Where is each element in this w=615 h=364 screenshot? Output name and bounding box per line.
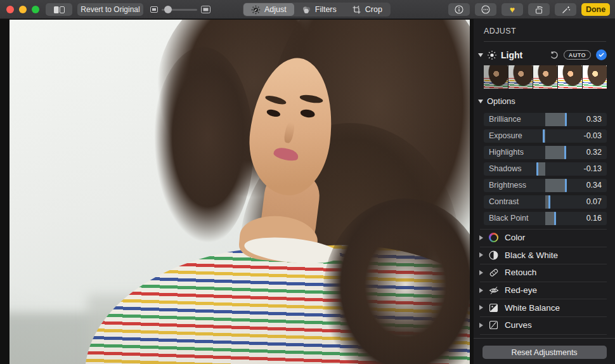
minimize-button[interactable]	[19, 6, 27, 13]
heart-icon: ♥	[510, 5, 515, 14]
photo-canvas	[0, 19, 474, 364]
section-label: Black & White	[505, 250, 558, 260]
chevron-down-icon[interactable]	[478, 53, 483, 57]
brilliance-slider[interactable]: Brilliance 0.33	[484, 113, 607, 126]
revert-to-original-button[interactable]: Revert to Original	[77, 3, 143, 16]
options-header[interactable]: Options	[474, 89, 615, 112]
white-balance-icon	[488, 302, 499, 313]
panel-title: ADJUST	[484, 27, 606, 36]
keywords-button[interactable]	[475, 3, 496, 16]
slider-fill	[537, 162, 545, 176]
chevron-right-icon	[479, 323, 483, 328]
light-preset-strip	[484, 65, 607, 89]
magic-wand-icon	[561, 5, 571, 15]
compare-original-button[interactable]	[46, 3, 72, 16]
crop-icon	[352, 5, 361, 15]
light-enabled-checkbox[interactable]	[596, 49, 607, 60]
slider-value: -0.13	[584, 162, 602, 176]
edit-mode-segmented-control: Adjust Filters	[243, 3, 391, 16]
done-button[interactable]: Done	[581, 3, 610, 16]
eye-slash-icon	[488, 285, 499, 296]
rotate-icon	[534, 5, 544, 15]
slider-label: Shadows	[489, 162, 521, 176]
section-label: Retouch	[505, 268, 536, 277]
light-preset-thumbnail[interactable]	[484, 65, 508, 89]
slider-value: 0.07	[586, 195, 602, 209]
info-button[interactable]	[448, 3, 470, 16]
close-button[interactable]	[6, 6, 14, 13]
slider-handle[interactable]	[548, 195, 550, 209]
section-retouch[interactable]: Retouch	[474, 264, 615, 282]
contrast-slider[interactable]: Contrast 0.07	[484, 195, 607, 209]
slider-fill	[545, 146, 565, 159]
slider-value: 0.33	[586, 113, 602, 126]
slider-value: 0.32	[586, 146, 602, 159]
slider-value: -0.03	[584, 129, 602, 143]
chevron-right-icon	[479, 252, 483, 257]
zoom-slider[interactable]	[162, 9, 197, 11]
tab-filters[interactable]: Filters	[294, 3, 344, 16]
slider-label: Brilliance	[489, 113, 521, 126]
ellipsis-circle-icon	[481, 5, 490, 14]
slider-handle[interactable]	[565, 113, 567, 126]
shadows-slider[interactable]: Shadows -0.13	[484, 162, 607, 176]
compare-icon	[53, 6, 65, 14]
brightness-slider[interactable]: Brightness 0.34	[484, 179, 607, 192]
section-black-and-white[interactable]: Black & White	[474, 247, 615, 264]
favorite-button[interactable]: ♥	[502, 3, 523, 16]
slider-label: Exposure	[489, 129, 522, 143]
rotate-button[interactable]	[528, 3, 550, 16]
highlights-slider[interactable]: Highlights 0.32	[484, 146, 607, 159]
undo-icon[interactable]	[550, 51, 559, 60]
slider-label: Black Point	[489, 212, 529, 225]
chevron-right-icon	[479, 305, 483, 310]
light-sliders: Brilliance 0.33 Exposure -0.03 Highlight…	[484, 113, 607, 225]
tab-crop[interactable]: Crop	[344, 3, 390, 16]
fullscreen-button[interactable]	[32, 6, 39, 13]
light-preset-thumbnail[interactable]	[583, 65, 607, 89]
section-label: White Balance	[505, 303, 560, 313]
section-label: Color	[505, 233, 525, 242]
info-icon	[455, 5, 463, 14]
section-red-eye[interactable]: Red-eye	[474, 282, 615, 299]
light-section-header: Light AUTO	[474, 42, 615, 65]
slider-fill	[545, 113, 566, 126]
light-preset-thumbnail[interactable]	[558, 65, 582, 89]
options-label: Options	[487, 96, 515, 106]
reset-adjustments-button[interactable]: Reset Adjustments	[482, 346, 607, 359]
slider-handle[interactable]	[554, 212, 556, 225]
slider-label: Highlights	[489, 146, 524, 159]
tab-adjust[interactable]: Adjust	[243, 3, 294, 16]
chevron-right-icon	[479, 235, 483, 240]
adjust-dial-icon	[251, 5, 261, 15]
light-section-label: Light	[501, 50, 522, 60]
slider-fill	[545, 179, 566, 192]
auto-button[interactable]: AUTO	[564, 50, 591, 60]
auto-enhance-button[interactable]	[555, 3, 576, 16]
slider-handle[interactable]	[536, 162, 538, 176]
light-sun-icon	[487, 50, 497, 60]
section-curves[interactable]: Curves	[474, 316, 615, 334]
zoom-slider-thumb[interactable]	[164, 6, 172, 13]
chevron-down-icon	[478, 100, 483, 103]
light-preset-thumbnail[interactable]	[508, 65, 533, 89]
filters-circles-icon	[302, 5, 311, 15]
chevron-right-icon	[479, 288, 483, 293]
photos-edit-window: Revert to Original	[0, 0, 615, 364]
slider-handle[interactable]	[564, 146, 566, 159]
tab-filters-label: Filters	[315, 5, 337, 14]
adjustment-sections: Color Black & White	[474, 229, 615, 344]
slider-value: 0.16	[586, 212, 602, 225]
slider-value: 0.34	[586, 179, 602, 192]
slider-handle[interactable]	[543, 129, 545, 143]
light-preset-thumbnail[interactable]	[533, 65, 557, 89]
section-white-balance[interactable]: White Balance	[474, 299, 615, 316]
section-color[interactable]: Color	[474, 229, 615, 247]
window-controls	[6, 6, 39, 13]
black-point-slider[interactable]: Black Point 0.16	[484, 212, 607, 225]
slider-label: Contrast	[489, 195, 519, 209]
section-label: Curves	[505, 320, 532, 330]
exposure-slider[interactable]: Exposure -0.03	[484, 129, 607, 143]
vignette	[10, 20, 470, 364]
slider-handle[interactable]	[565, 179, 567, 192]
